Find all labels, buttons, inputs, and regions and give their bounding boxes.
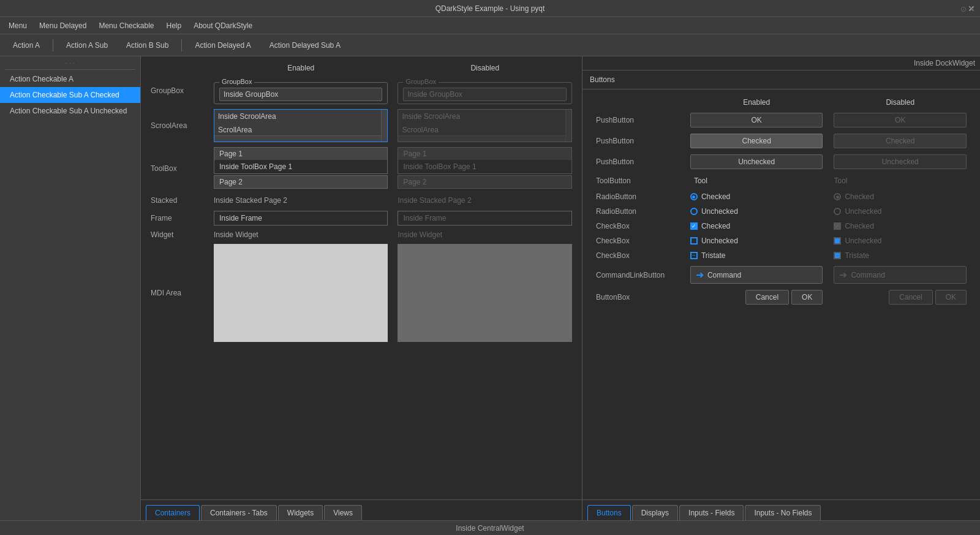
sidebar-item-checkable-a[interactable]: Action Checkable A [0, 71, 140, 87]
radio-checked-label-disabled: Checked [845, 192, 873, 201]
toolbar-action-delayed-sub[interactable]: Action Delayed Sub A [262, 38, 349, 53]
buttonbox-cancel[interactable]: Cancel [745, 290, 789, 305]
table-row-pushbutton-unchecked: PushButton Unchecked Unchecked [591, 152, 971, 172]
checkbox-checked-enabled[interactable]: Checked [690, 222, 823, 230]
groupbox-title-enabled: GroupBox [219, 78, 255, 85]
radio-checked-disabled: Checked [834, 192, 967, 201]
checkbox-box-tristate[interactable] [690, 252, 698, 259]
toolbar-action-delayed-a[interactable]: Action Delayed A [187, 38, 258, 53]
scrollbar-h-enabled[interactable] [214, 135, 382, 142]
checkbox-box-tristate-disabled [834, 252, 841, 259]
toolbox-page2-enabled: Page 2 [214, 175, 388, 189]
cmd-arrow-disabled: ➜ [839, 269, 847, 281]
scrollarea-disabled: Inside ScroolArea ScroolArea [398, 109, 572, 142]
col-enabled: Enabled [209, 61, 393, 75]
menu-item-menu-delayed[interactable]: Menu Delayed [33, 19, 92, 32]
toolbox-page2-header-enabled[interactable]: Page 2 [214, 176, 388, 188]
toolbox-page1-content-enabled: Inside ToolBox Page 1 [214, 160, 388, 173]
checkbox-tristate-enabled[interactable]: Tristate [690, 251, 823, 260]
radio-unchecked-disabled: Unchecked [834, 207, 967, 216]
table-row-toolbox: ToolBox Page 1 Inside ToolBox Page 1 Pag… [146, 145, 577, 192]
tab-containers[interactable]: Containers [146, 505, 200, 520]
status-text: Inside CentralWidget [456, 524, 524, 533]
toolbar-separator-1 [53, 39, 53, 51]
label-frame: Frame [146, 208, 209, 228]
pushbutton-ok-enabled[interactable]: OK [690, 113, 823, 127]
label-scrollarea: ScroolArea [146, 107, 209, 145]
scrollbar-v-enabled[interactable] [381, 110, 387, 142]
tab-containers-tabs[interactable]: Containers - Tabs [201, 505, 277, 520]
toolbutton-enabled[interactable]: Tool [690, 175, 711, 186]
label-commandlink: CommandLinkButton [591, 264, 684, 286]
center-bottom-tabs: Containers Containers - Tabs Widgets Vie… [141, 499, 582, 520]
menu-item-menu[interactable]: Menu [2, 19, 33, 32]
checkbox-unchecked-enabled[interactable]: Unchecked [690, 237, 823, 245]
checkbox-checked-label-enabled: Checked [701, 222, 730, 230]
content-area: Enabled Disabled GroupBox GroupBox [141, 56, 980, 520]
sidebar-item-unchecked[interactable]: Action Checkable Sub A Unchecked [0, 103, 140, 119]
label-buttonbox: ButtonBox [591, 287, 684, 307]
checkbox-tristate-label-disabled: Tristate [845, 251, 869, 260]
buttons-section-label: Buttons [590, 75, 615, 84]
table-row-frame: Frame Inside Frame Inside Frame [146, 208, 577, 228]
checkbox-box-checked-disabled [834, 222, 841, 230]
groupbox-input-enabled[interactable] [219, 88, 383, 101]
label-toolbutton: ToolButton [591, 173, 684, 189]
tab-displays[interactable]: Displays [632, 505, 678, 520]
radio-unchecked-enabled[interactable]: Unchecked [690, 207, 823, 216]
toolbox-page1-header-enabled[interactable]: Page 1 [214, 148, 388, 160]
menu-item-menu-checkable[interactable]: Menu Checkable [92, 19, 160, 32]
radio-circle-checked[interactable] [690, 193, 698, 200]
checkbox-box-unchecked-disabled [834, 237, 841, 245]
buttons-table: Enabled Disabled PushButton OK OK [590, 94, 973, 308]
toolbar: Action A Action A Sub Action B Sub Actio… [0, 34, 980, 56]
table-row-commandlink: CommandLinkButton ➜ Command ➜ Co [591, 264, 971, 286]
toolbar-action-a[interactable]: Action A [5, 38, 48, 53]
sidebar: · · · Action Checkable A Action Checkabl… [0, 56, 141, 520]
main-layout: · · · Action Checkable A Action Checkabl… [0, 56, 980, 520]
groupbox-enabled: GroupBox [214, 82, 388, 104]
center-main: Enabled Disabled GroupBox GroupBox [141, 56, 582, 499]
scrollarea-enabled[interactable]: Inside ScroolArea ScrollArea [214, 109, 388, 142]
tab-views[interactable]: Views [324, 505, 362, 520]
buttonbox-disabled: Cancel OK [834, 290, 967, 305]
tab-inputs-no-fields[interactable]: Inputs - No Fields [745, 505, 821, 520]
toolbar-action-b-sub[interactable]: Action B Sub [118, 38, 176, 53]
buttonbox-cancel-disabled: Cancel [889, 290, 932, 305]
col-disabled: Disabled [393, 61, 577, 75]
sidebar-item-checked[interactable]: Action Checkable Sub A Checked [0, 87, 140, 103]
groupbox-input-disabled [403, 88, 567, 101]
pushbutton-unchecked-enabled[interactable]: Unchecked [690, 154, 823, 169]
radio-circle-checked-disabled [834, 193, 841, 200]
toolbar-separator-2 [181, 39, 182, 51]
radio-circle-unchecked[interactable] [690, 208, 698, 215]
table-row-checkbox-unchecked: CheckBox Unchecked Unchecked [591, 234, 971, 248]
menu-item-about[interactable]: About QDarkStyle [187, 19, 258, 32]
sidebar-separator [5, 69, 135, 70]
buttonbox-enabled: Cancel OK [690, 290, 823, 305]
table-row-scrollarea: ScroolArea Inside ScroolArea ScrollArea [146, 107, 577, 145]
commandlink-enabled[interactable]: ➜ Command [690, 266, 823, 284]
tab-widgets[interactable]: Widgets [278, 505, 323, 520]
pushbutton-checked-enabled[interactable]: Checked [690, 134, 823, 148]
radio-circle-unchecked-disabled [834, 208, 841, 215]
mdi-area-enabled[interactable] [214, 244, 388, 342]
radio-checked-enabled[interactable]: Checked [690, 192, 823, 201]
menu-item-help[interactable]: Help [160, 19, 187, 32]
tab-buttons[interactable]: Buttons [587, 505, 631, 520]
checkbox-box-unchecked[interactable] [690, 237, 698, 245]
radio-checked-label-enabled: Checked [701, 192, 730, 201]
toolbar-action-a-sub[interactable]: Action A Sub [58, 38, 116, 53]
containers-table: Enabled Disabled GroupBox GroupBox [146, 61, 577, 344]
dock-widget-label: Inside DockWidget [582, 56, 980, 70]
right-panel-content: Enabled Disabled PushButton OK OK [582, 89, 980, 499]
scrollbar-h-disabled [398, 135, 565, 142]
checkbox-box-checked[interactable] [690, 222, 698, 230]
table-row-stacked: Stacked Inside Stacked Page 2 Inside Sta… [146, 192, 577, 208]
label-checkbox-unchecked: CheckBox [591, 234, 684, 248]
frame-enabled: Inside Frame [214, 211, 388, 226]
toolbox-enabled: Page 1 Inside ToolBox Page 1 Page 2 [214, 147, 388, 189]
buttonbox-ok[interactable]: OK [791, 290, 823, 305]
tab-inputs-fields[interactable]: Inputs - Fields [679, 505, 744, 520]
sidebar-drag-handle: · · · [0, 59, 140, 68]
